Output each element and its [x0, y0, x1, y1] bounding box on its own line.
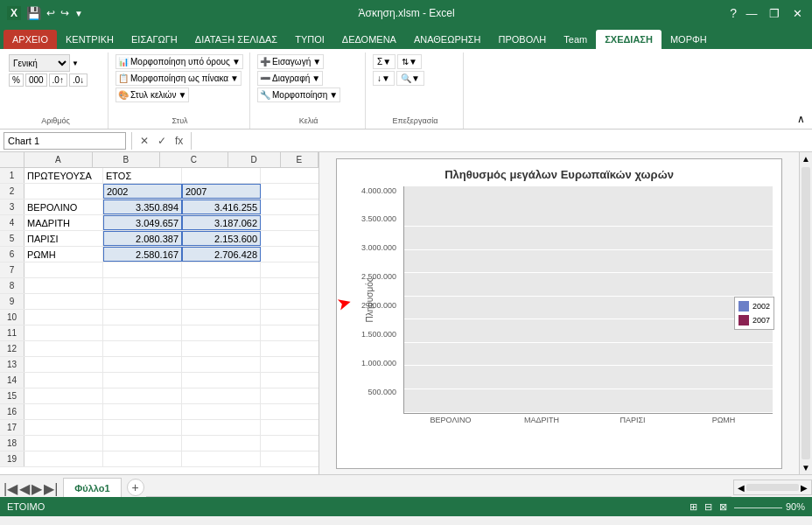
cell[interactable] [182, 420, 261, 435]
cell[interactable] [24, 436, 103, 451]
table-row[interactable]: 5ΠΑΡΙΣΙ2.080.3872.153.600 [0, 231, 318, 247]
cell[interactable] [103, 436, 182, 451]
cell[interactable] [182, 168, 261, 183]
number-format-dropdown[interactable]: Γενική [9, 54, 70, 72]
cell[interactable] [103, 326, 182, 340]
cell[interactable] [24, 294, 103, 309]
restore-button[interactable]: ❐ [766, 7, 782, 20]
scroll-right-btn[interactable]: ▶ [801, 483, 808, 493]
table-row[interactable]: 15 [0, 388, 318, 404]
delete-cell-btn[interactable]: ➖Διαγραφή▼ [257, 71, 323, 86]
cell[interactable] [103, 278, 182, 293]
col-header-e[interactable]: E [281, 152, 318, 167]
cell[interactable] [261, 420, 318, 435]
table-row[interactable]: 17 [0, 420, 318, 436]
sheet-nav-first[interactable]: |◀ [4, 480, 18, 497]
formula-input[interactable] [197, 132, 808, 150]
normal-view-icon[interactable]: ⊞ [690, 501, 697, 513]
cell[interactable] [24, 452, 103, 466]
col-header-c[interactable]: C [160, 152, 228, 167]
cell[interactable]: 2007 [182, 184, 261, 199]
col-header-d[interactable]: D [228, 152, 281, 167]
cell[interactable] [182, 357, 261, 372]
table-row[interactable]: 13 [0, 357, 318, 373]
percent-format-btn[interactable]: % [9, 74, 24, 87]
tab-dedomena[interactable]: ΔΕΔΟΜΕΝΑ [333, 30, 405, 49]
table-row[interactable]: 220022007 [0, 184, 318, 200]
tab-arxeio[interactable]: ΑΡΧΕΙΟ [4, 30, 57, 49]
cell[interactable] [24, 357, 103, 372]
table-row[interactable]: 10 [0, 310, 318, 326]
cell[interactable] [261, 294, 318, 309]
quick-redo-icon[interactable]: ↪ [60, 7, 69, 19]
format-as-table-btn[interactable]: 📋Μορφοποίηση ως πίνακα▼ [116, 71, 242, 86]
cell[interactable]: ΡΩΜΗ [24, 247, 103, 262]
cell[interactable] [261, 326, 318, 340]
comma-format-btn[interactable]: 000 [25, 74, 47, 87]
cell[interactable] [261, 452, 318, 466]
cell[interactable]: ΜΑΔΡΙΤΗ [24, 215, 103, 230]
col-header-a[interactable]: A [24, 152, 93, 167]
table-row[interactable]: 12 [0, 341, 318, 357]
quick-more-icon[interactable]: ▼ [74, 9, 83, 18]
table-row[interactable]: 14 [0, 373, 318, 388]
insert-function-btn[interactable]: fx [172, 135, 186, 147]
find-select-btn[interactable]: 🔍▼ [396, 71, 424, 86]
chart-area[interactable]: Πληθυσμός μεγάλων Ευρωπαϊκών χωρών Πληθυ… [319, 152, 799, 474]
cell[interactable] [261, 200, 318, 214]
cell[interactable]: 2.580.167 [103, 247, 182, 262]
cell[interactable]: 2.080.387 [103, 231, 182, 246]
table-row[interactable]: 6ΡΩΜΗ2.580.1672.706.428 [0, 247, 318, 262]
cell[interactable] [182, 262, 261, 277]
tab-kentrikh[interactable]: ΚΕΝΤΡΙΚΗ [57, 30, 122, 49]
quick-save-icon[interactable]: 💾 [26, 6, 41, 20]
cell[interactable] [103, 357, 182, 372]
cell[interactable] [261, 388, 318, 403]
table-row[interactable]: 11 [0, 326, 318, 341]
cell[interactable] [261, 310, 318, 325]
chart-container[interactable]: Πληθυσμός μεγάλων Ευρωπαϊκών χωρών Πληθυ… [336, 158, 782, 469]
cell[interactable] [24, 388, 103, 403]
cell[interactable] [103, 294, 182, 309]
tab-morfh[interactable]: ΜΟΡΦΗ [662, 30, 716, 49]
quick-undo-icon[interactable]: ↩ [46, 7, 55, 19]
col-header-b[interactable]: B [93, 152, 161, 167]
cell[interactable] [182, 326, 261, 340]
cell[interactable] [24, 341, 103, 356]
cell[interactable]: ΠΡΩΤΕΥΟΥΣΑ [24, 168, 103, 183]
cell[interactable]: 2.153.600 [182, 231, 261, 246]
cell[interactable]: 3.049.657 [103, 215, 182, 230]
tab-anatheorisi[interactable]: ΑΝΑΘΕΩΡΗΣΗ [405, 30, 490, 49]
cell[interactable] [261, 436, 318, 451]
cell[interactable] [182, 404, 261, 419]
cell[interactable]: 2002 [103, 184, 182, 199]
tab-diataxi[interactable]: ΔΙΑΤΑΞΗ ΣΕΛΙΔΑΣ [186, 30, 286, 49]
cell[interactable] [103, 388, 182, 403]
table-row[interactable]: 7 [0, 262, 318, 278]
cell[interactable] [103, 420, 182, 435]
cell[interactable] [103, 310, 182, 325]
table-row[interactable]: 4ΜΑΔΡΙΤΗ3.049.6573.187.062 [0, 215, 318, 231]
zoom-slider[interactable]: ————— 90% [734, 501, 805, 512]
cell[interactable] [182, 436, 261, 451]
vertical-scrollbar[interactable]: ▲ ▼ [799, 152, 812, 474]
sheet-nav-last[interactable]: ▶| [44, 480, 58, 497]
page-layout-icon[interactable]: ⊟ [704, 501, 712, 513]
cell[interactable] [24, 326, 103, 340]
tab-team[interactable]: Team [555, 30, 596, 49]
tab-provolh[interactable]: ΠΡΟΒΟΛΗ [489, 30, 555, 49]
increase-decimal-btn[interactable]: .0↑ [49, 74, 67, 87]
tab-sxediash[interactable]: ΣΧΕΔΙΑΣΗ [596, 30, 662, 49]
cell[interactable] [261, 262, 318, 277]
cell[interactable] [103, 262, 182, 277]
table-row[interactable]: 3ΒΕΡΟΛΙΝΟ3.350.8943.416.255 [0, 200, 318, 215]
cell[interactable] [182, 373, 261, 388]
minimize-button[interactable]: — [744, 7, 760, 20]
cell[interactable] [182, 278, 261, 293]
table-row[interactable]: 1ΠΡΩΤΕΥΟΥΣΑΕΤΟΣ [0, 168, 318, 184]
add-sheet-button[interactable]: + [127, 479, 144, 496]
cell[interactable]: 2.706.428 [182, 247, 261, 262]
table-row[interactable]: 19 [0, 452, 318, 467]
sheet-nav-next[interactable]: ▶ [32, 480, 42, 497]
sheet-tab-fyllo1[interactable]: Φύλλο1 [63, 478, 121, 497]
